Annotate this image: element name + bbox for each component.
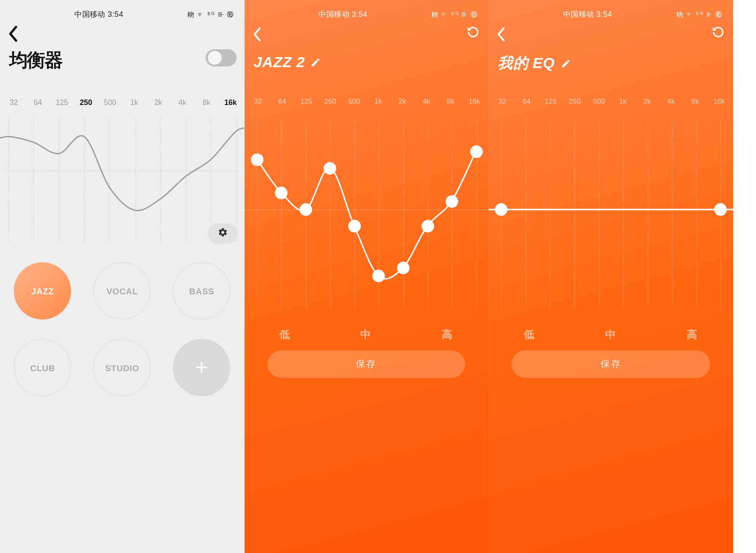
eq-toggle[interactable] (205, 49, 236, 66)
freq-label: 250 (79, 98, 93, 106)
screen-eq-edit-jazz2: 中国移动 3:54 粅 ᯤ ⁵ᴳ ⊪ ⑯ JAZZ 2 326412525050… (244, 0, 489, 553)
save-button[interactable]: 保存 (512, 351, 710, 378)
edit-icon[interactable] (311, 57, 321, 68)
freq-label: 64 (31, 98, 45, 106)
freq-label: 32 (251, 97, 265, 105)
freq-label: 64 (275, 97, 289, 105)
freq-label: 250 (568, 97, 582, 105)
status-indicators: 粅 ᯤ ⁵ᴳ ⊪ ⑯ (187, 10, 234, 19)
eq-handle[interactable] (397, 261, 410, 274)
preset-title: 我的 EQ (498, 53, 554, 73)
freq-label: 500 (103, 98, 117, 106)
back-button[interactable] (8, 25, 18, 45)
band-tabs: 低中高 (244, 322, 488, 347)
freq-label: 125 (55, 98, 69, 106)
save-button-label: 保存 (601, 358, 621, 370)
eq-handle[interactable] (446, 195, 458, 207)
freq-label: 64 (520, 97, 533, 105)
save-button[interactable]: 保存 (267, 351, 465, 378)
freq-label: 8k (688, 97, 702, 105)
frequency-labels: 32641252505001k2k4k8k16k (244, 97, 488, 105)
freq-label: 125 (544, 97, 558, 105)
freq-label: 8k (444, 97, 457, 105)
back-button[interactable] (497, 26, 506, 45)
freq-label: 32 (496, 97, 509, 105)
eq-handle[interactable] (299, 203, 312, 216)
band-tab[interactable]: 低 (279, 328, 291, 341)
freq-label: 500 (347, 97, 361, 105)
preset-title-row: 我的 EQ (498, 53, 571, 73)
freq-label: 16k (467, 97, 481, 105)
freq-label: 4k (176, 98, 189, 106)
eq-handle[interactable] (421, 220, 434, 233)
reset-button[interactable] (711, 25, 725, 41)
preset-grid: JAZZVOCALBASSCLUBSTUDIO+ (0, 251, 244, 553)
freq-label: 32 (7, 98, 21, 106)
status-bar: 中国移动 3:54 粅 ᯤ ⁵ᴳ ⊪ ⑯ (489, 0, 733, 21)
band-tab[interactable]: 低 (524, 328, 535, 341)
freq-label: 16k (712, 97, 726, 105)
band-tab[interactable]: 高 (442, 328, 453, 341)
page-title: 均衡器 (9, 48, 63, 73)
eq-handle[interactable] (470, 145, 483, 158)
preset-bass[interactable]: BASS (173, 262, 230, 320)
freq-label: 1k (616, 97, 630, 105)
band-tab[interactable]: 中 (360, 328, 372, 341)
preset-title: JAZZ 2 (254, 53, 305, 71)
freq-label: 2k (152, 98, 165, 106)
status-carrier-time: 中国移动 3:54 (10, 9, 188, 20)
settings-button[interactable] (208, 223, 238, 244)
preset-studio[interactable]: STUDIO (94, 339, 151, 396)
freq-label: 125 (299, 97, 313, 105)
freq-label: 2k (640, 97, 654, 105)
eq-handle[interactable] (324, 162, 336, 174)
freq-label: 8k (200, 98, 213, 106)
screen-eq-edit-myeq: 中国移动 3:54 粅 ᯤ ⁵ᴳ ⊪ ⑯ 我的 EQ 3264125250500… (489, 0, 733, 553)
eq-handle[interactable] (348, 220, 361, 233)
reset-button[interactable] (466, 25, 480, 41)
eq-plot (489, 119, 733, 308)
status-carrier-time: 中国移动 3:54 (255, 9, 431, 20)
freq-label: 16k (224, 98, 238, 106)
status-carrier-time: 中国移动 3:54 (499, 9, 676, 20)
undo-icon (466, 31, 480, 41)
status-bar: 中国移动 3:54 粅 ᯤ ⁵ᴳ ⊪ ⑯ (0, 0, 244, 21)
status-indicators: 粅 ᯤ ⁵ᴳ ⊪ ⑯ (676, 10, 723, 19)
edit-icon[interactable] (560, 58, 571, 68)
preset-title-row: JAZZ 2 (254, 53, 321, 71)
status-indicators: 粅 ᯤ ⁵ᴳ ⊪ ⑯ (431, 10, 478, 19)
frequency-labels: 32641252505001k2k4k8k16k (0, 98, 244, 106)
freq-label: 1k (127, 98, 141, 106)
freq-label: 250 (323, 97, 337, 105)
freq-label: 1k (371, 97, 385, 105)
undo-icon (711, 31, 725, 41)
freq-label: 4k (420, 97, 433, 105)
gear-icon (218, 227, 228, 240)
preset-jazz[interactable]: JAZZ (14, 262, 71, 320)
preset-vocal[interactable]: VOCAL (94, 262, 151, 320)
freq-label: 2k (395, 97, 409, 105)
eq-plot (244, 119, 488, 308)
eq-handle[interactable] (251, 153, 263, 166)
band-tab[interactable]: 高 (687, 328, 698, 341)
band-tabs: 低中高 (489, 322, 733, 347)
band-tab[interactable]: 中 (605, 328, 617, 341)
freq-label: 4k (664, 97, 678, 105)
save-button-label: 保存 (356, 358, 376, 370)
preset-club[interactable]: CLUB (14, 339, 71, 396)
status-bar: 中国移动 3:54 粅 ᯤ ⁵ᴳ ⊪ ⑯ (244, 0, 488, 21)
frequency-labels: 32641252505001k2k4k8k16k (489, 97, 733, 105)
add-preset-button[interactable]: + (173, 339, 230, 396)
eq-curve (0, 117, 244, 241)
freq-label: 500 (592, 97, 606, 105)
back-button[interactable] (252, 26, 262, 45)
screen-eq-list: 中国移动 3:54 粅 ᯤ ⁵ᴳ ⊪ ⑯ 均衡器 32641252505001k… (0, 0, 244, 553)
